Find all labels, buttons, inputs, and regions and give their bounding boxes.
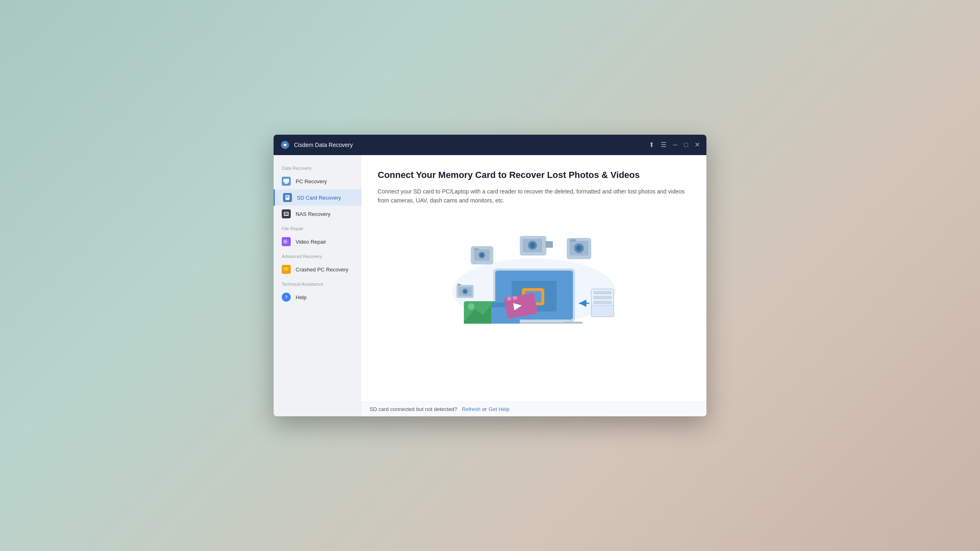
help-icon: ? <box>282 293 291 302</box>
video-repair-icon <box>282 237 291 246</box>
pc-recovery-label: PC Recovery <box>296 178 327 184</box>
svg-rect-9 <box>285 214 288 215</box>
content-area: Connect Your Memory Card to Recover Lost… <box>361 155 706 402</box>
svg-marker-11 <box>287 240 289 243</box>
page-description: Connect your SD card to PC/Laptop with a… <box>378 187 690 205</box>
svg-rect-48 <box>570 239 576 242</box>
statusbar-text: SD card connected but not detected? <box>370 406 457 412</box>
illustration: + SD <box>432 209 636 324</box>
svg-point-37 <box>480 253 484 257</box>
crashed-pc-recovery-icon: ! <box>282 265 291 274</box>
statusbar-or: or <box>482 406 487 412</box>
svg-rect-4 <box>285 195 290 200</box>
window-controls: ⬆ ☰ ─ □ ✕ <box>649 142 700 148</box>
svg-text:!: ! <box>286 267 287 271</box>
main-content: Connect Your Memory Card to Recover Lost… <box>361 155 706 416</box>
minimize-icon[interactable]: ─ <box>673 142 677 148</box>
page-title: Connect Your Memory Card to Recover Lost… <box>378 170 690 180</box>
svg-rect-29 <box>593 296 612 299</box>
svg-rect-3 <box>285 182 287 183</box>
svg-rect-58 <box>491 302 506 307</box>
crashed-pc-recovery-label: Crashed PC Recovery <box>296 267 348 273</box>
svg-point-42 <box>530 242 535 248</box>
window-body: Data Recovery PC Recovery <box>274 155 706 416</box>
titlebar: Cisdem Data Recovery ⬆ ☰ ─ □ ✕ <box>274 135 706 155</box>
sidebar-item-video-repair[interactable]: Video Repair <box>274 233 361 250</box>
svg-rect-5 <box>286 196 287 198</box>
sidebar-item-nas-recovery[interactable]: NAS Recovery <box>274 206 361 222</box>
svg-rect-6 <box>287 196 288 198</box>
illustration-area: + SD <box>378 205 690 328</box>
nas-recovery-label: NAS Recovery <box>296 211 330 217</box>
sd-card-recovery-label: SD Card Recovery <box>297 195 341 201</box>
svg-text:?: ? <box>285 295 287 300</box>
svg-rect-43 <box>546 241 553 248</box>
svg-rect-8 <box>285 213 288 213</box>
maximize-icon[interactable]: □ <box>684 142 688 148</box>
svg-point-52 <box>463 290 467 293</box>
svg-rect-28 <box>593 291 612 294</box>
get-help-link[interactable]: Get Help <box>488 406 509 412</box>
svg-rect-60 <box>507 297 511 301</box>
help-label: Help <box>296 294 307 300</box>
app-title: Cisdem Data Recovery <box>294 142 649 148</box>
section-label-technical-assistance: Technical Assistance <box>274 278 361 289</box>
svg-rect-61 <box>512 296 517 300</box>
svg-rect-38 <box>474 248 479 250</box>
statusbar: SD card connected but not detected? Refr… <box>361 402 706 416</box>
sd-card-recovery-icon <box>283 193 292 202</box>
nas-recovery-icon <box>282 209 291 218</box>
svg-point-56 <box>468 303 474 310</box>
sidebar-item-crashed-pc-recovery[interactable]: ! Crashed PC Recovery <box>274 261 361 278</box>
sidebar: Data Recovery PC Recovery <box>274 155 361 416</box>
svg-rect-53 <box>457 284 461 286</box>
svg-rect-32 <box>591 305 614 317</box>
close-icon[interactable]: ✕ <box>695 142 700 148</box>
section-label-data-recovery: Data Recovery <box>274 162 361 173</box>
svg-rect-2 <box>285 183 288 184</box>
video-repair-label: Video Repair <box>296 239 326 245</box>
application-window: Cisdem Data Recovery ⬆ ☰ ─ □ ✕ Data Reco… <box>274 135 706 416</box>
svg-point-47 <box>576 245 582 251</box>
refresh-link[interactable]: Refresh <box>462 406 481 412</box>
svg-rect-30 <box>593 301 612 304</box>
menu-icon[interactable]: ☰ <box>661 142 666 148</box>
section-label-advanced-recovery: Advanced Recovery <box>274 250 361 261</box>
pc-recovery-icon <box>282 177 291 186</box>
sidebar-item-sd-card-recovery[interactable]: SD Card Recovery <box>274 189 361 206</box>
sidebar-item-help[interactable]: ? Help <box>274 289 361 305</box>
section-label-file-repair: File Repair <box>274 222 361 233</box>
sidebar-item-pc-recovery[interactable]: PC Recovery <box>274 173 361 189</box>
svg-rect-1 <box>283 179 289 182</box>
upload-icon[interactable]: ⬆ <box>649 142 654 148</box>
app-logo <box>280 140 290 150</box>
